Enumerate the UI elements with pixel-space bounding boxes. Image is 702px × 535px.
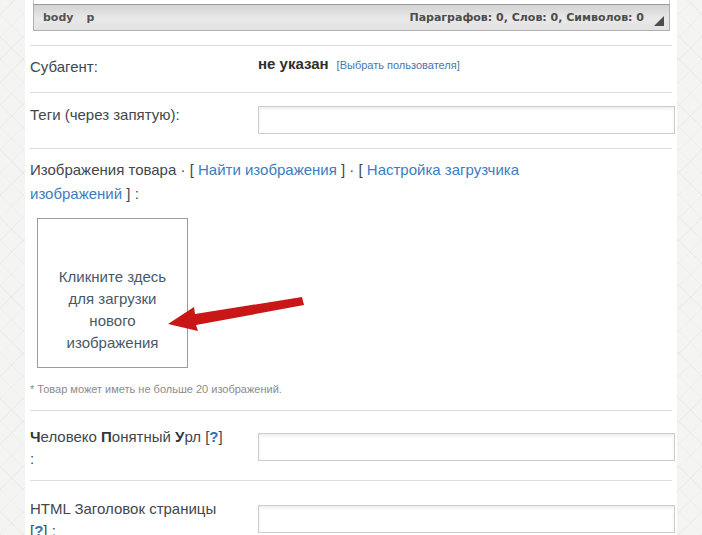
- separator: [30, 480, 672, 481]
- choose-user-link[interactable]: [Выбрать пользователя]: [337, 59, 460, 71]
- images-limit-note: * Товар может иметь не больше 20 изображ…: [30, 383, 282, 395]
- resize-handle-icon[interactable]: [654, 16, 664, 26]
- separator: [30, 92, 672, 93]
- separator: [30, 148, 672, 149]
- subagent-value-row: не указан [Выбрать пользователя]: [258, 55, 460, 72]
- find-images-link[interactable]: Найти изображения: [198, 161, 337, 178]
- subagent-value: не указан: [258, 55, 329, 72]
- separator: [30, 410, 672, 411]
- editor-statusbar: body p Параграфов: 0, Слов: 0, Символов:…: [33, 0, 670, 31]
- upload-image-box-label: Кликните здесь для загрузки нового изобр…: [48, 266, 177, 354]
- html-title-label: HTML Заголовок страницы [?] :: [30, 498, 258, 535]
- tags-label: Теги (через запятую):: [30, 104, 180, 126]
- editor-element-path: body p: [43, 11, 94, 24]
- html-title-help-link[interactable]: ?: [34, 522, 43, 535]
- subagent-label: Субагент:: [30, 56, 98, 78]
- images-section-label: Изображения товара · [ Найти изображения…: [30, 158, 575, 206]
- editor-path-body[interactable]: body: [43, 11, 73, 24]
- friendly-url-label: Человеко Понятный Урл [?] :: [30, 426, 258, 470]
- friendly-url-help-link[interactable]: ?: [209, 428, 218, 445]
- red-arrow-icon: [160, 290, 310, 340]
- editor-word-count: Параграфов: 0, Слов: 0, Символов: 0: [409, 11, 644, 24]
- images-title: Изображения товара: [30, 161, 176, 178]
- separator: [30, 45, 672, 46]
- tags-input[interactable]: [258, 106, 675, 134]
- html-title-input[interactable]: [258, 505, 675, 533]
- editor-statusbar-bar: body p Параграфов: 0, Слов: 0, Символов:…: [33, 4, 670, 31]
- form-panel: body p Параграфов: 0, Слов: 0, Символов:…: [25, 0, 677, 535]
- friendly-url-input[interactable]: [258, 433, 675, 461]
- editor-path-p[interactable]: p: [86, 11, 94, 24]
